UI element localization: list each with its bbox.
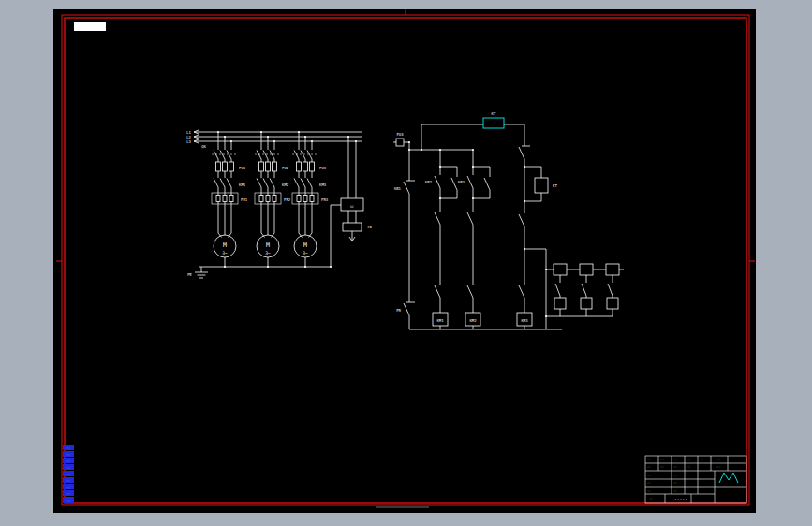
motor-1-type: 3~ xyxy=(222,251,228,256)
ground-label: PE xyxy=(187,272,192,277)
overload-label-1: FR1 xyxy=(241,197,248,202)
coil-km2-label: KM2 xyxy=(469,318,477,323)
title-cell: ·· xyxy=(649,497,653,501)
margin-cell-text: ·· xyxy=(66,492,70,496)
control-fuse xyxy=(396,139,404,146)
fuse-label-1: FU1 xyxy=(239,166,246,170)
control-fuse-label: FU4 xyxy=(396,132,404,137)
control-overload-label: FR xyxy=(396,308,401,313)
brake-coil xyxy=(343,223,362,231)
title-cell: ·· xyxy=(647,474,651,477)
timer-label-top: KT xyxy=(492,111,496,116)
title-cell: ·· xyxy=(647,465,651,469)
motor-3-type: 3~ xyxy=(303,251,308,256)
margin-cell-text: ·· xyxy=(66,473,70,476)
overload-label-2: FR2 xyxy=(284,197,291,202)
margin-cell-text: ·· xyxy=(66,499,70,503)
margin-cell-text: ·· xyxy=(66,466,70,470)
drawing-canvas[interactable] xyxy=(53,9,756,513)
margin-cell-text: ·· xyxy=(66,453,70,457)
rectifier-label: VC xyxy=(350,205,354,209)
title-cell: ·· xyxy=(647,489,651,493)
margin-cell-text: ·· xyxy=(66,460,70,463)
motor-2-label: M xyxy=(266,241,270,249)
motor-1-label: M xyxy=(223,241,227,249)
phase-label-l3: L3 xyxy=(186,139,191,144)
margin-cell-text: ·· xyxy=(66,446,70,450)
margin-table: ·· ·· ·· ·· ·· ·· ·· ·· ·· xyxy=(63,445,74,503)
margin-cell-text: ·· xyxy=(66,479,70,483)
margin-cell-text: ·· xyxy=(66,486,70,489)
timer-relay-box xyxy=(535,178,548,193)
title-cell: ·· xyxy=(716,465,720,469)
title-cell: ·· xyxy=(647,481,651,485)
title-cell: ·· xyxy=(660,465,664,469)
caption-text: · · · · · · · xyxy=(386,502,420,506)
title-cell: ·· xyxy=(687,458,690,461)
start-button-1-label: SB2 xyxy=(425,180,433,184)
title-cell: ·· xyxy=(673,481,677,485)
motor-2-type: 3~ xyxy=(265,251,271,256)
start-button-2-label: SB3 xyxy=(458,180,465,184)
contactor-label-3: KM3 xyxy=(319,183,327,187)
label-block xyxy=(74,22,106,31)
title-cell: ·· xyxy=(700,458,703,461)
fuse-label-3: FU3 xyxy=(319,166,327,170)
doc-number: ····· xyxy=(674,497,687,502)
contactor-label-2: KM2 xyxy=(282,183,289,187)
switch-label: QS xyxy=(201,144,206,149)
coil-km1-label: KM1 xyxy=(436,318,444,323)
title-cell: ·· xyxy=(673,458,677,461)
timer-label-side: KT xyxy=(553,183,557,188)
title-cell: ·· xyxy=(687,465,690,469)
contactor-label-1: KM1 xyxy=(239,183,246,187)
title-cell: ·· xyxy=(716,458,720,461)
cad-viewport: L1 L2 L3 QS M 3~ xyxy=(0,0,812,526)
fuse-label-2: FU2 xyxy=(282,166,289,170)
title-cell: ·· xyxy=(660,458,664,461)
title-cell: ·· xyxy=(673,465,677,469)
overload-label-3: FR3 xyxy=(321,197,329,202)
timer-contact-box xyxy=(483,118,504,128)
stop-button-label: SB1 xyxy=(394,186,402,191)
motor-3-label: M xyxy=(303,241,307,249)
brake-label: YB xyxy=(367,225,372,229)
coil-km3-label: KM3 xyxy=(521,318,528,323)
title-cell: ·· xyxy=(673,474,677,477)
title-cell: ·· xyxy=(647,458,651,461)
title-cell: ·· xyxy=(673,489,677,493)
